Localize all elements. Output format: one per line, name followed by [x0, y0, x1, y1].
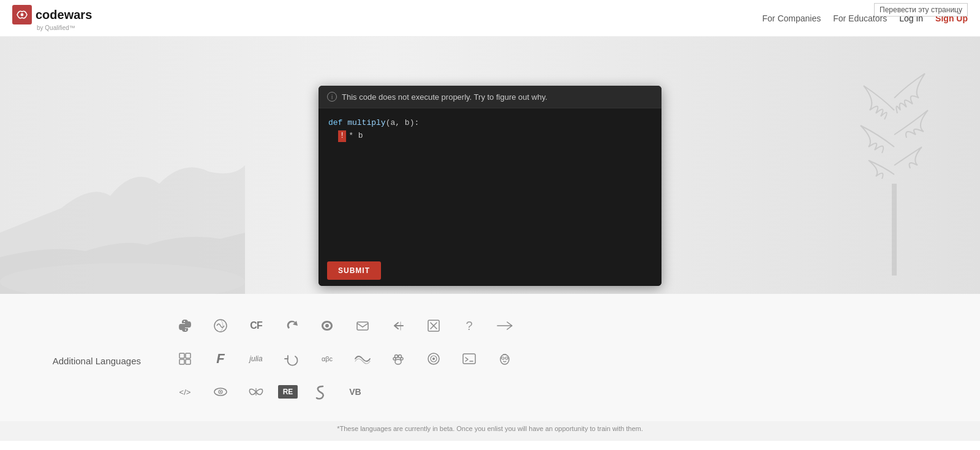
lang-row-1: CF: [172, 312, 956, 339]
code-editor-panel: i This code does not execute properly. T…: [318, 86, 662, 286]
languages-label: Additional Languages: [0, 356, 172, 366]
svg-rect-7: [179, 353, 184, 358]
svg-point-15: [395, 359, 401, 364]
mountain-bg: [0, 110, 245, 294]
lang-icon-julia[interactable]: julia: [243, 345, 270, 372]
svg-rect-10: [186, 359, 190, 364]
logo[interactable]: codewars: [12, 5, 92, 24]
lang-icon-r[interactable]: [207, 378, 234, 405]
svg-point-21: [502, 357, 504, 359]
lang-icons-area: CF: [172, 312, 980, 409]
lang-icon-fortran[interactable]: F: [207, 345, 234, 372]
codewars-logo-icon: [12, 5, 32, 24]
panel-footer: SUBMIT: [318, 255, 662, 286]
lang-icon-prolog[interactable]: [491, 345, 518, 372]
lang-icon-elixir[interactable]: [278, 345, 305, 372]
lang-icon-cf[interactable]: CF: [243, 312, 270, 339]
lang-icon-haskell[interactable]: [314, 312, 341, 339]
svg-point-14: [401, 358, 403, 360]
sharpen-section: JS Sharpen your skills Challenge yoursel…: [0, 441, 980, 450]
svg-rect-5: [357, 322, 368, 330]
languages-main-row: Additional Languages: [0, 294, 980, 421]
lang-icon-scala[interactable]: [385, 345, 412, 372]
lang-icon-vb[interactable]: VB: [342, 378, 369, 405]
lang-row-2: F julia αβc: [172, 345, 956, 372]
panel-message: This code does not execute properly. Try…: [342, 92, 548, 102]
code-rest: * b: [349, 130, 363, 143]
lang-row-3: </> RE: [172, 378, 956, 405]
svg-point-1: [21, 13, 24, 17]
lang-icon-racket[interactable]: [385, 312, 412, 339]
lang-icon-reason[interactable]: RE: [278, 385, 298, 399]
hero-section: i This code does not execute properly. T…: [0, 37, 980, 294]
svg-point-25: [220, 391, 221, 392]
func-name: multiply: [347, 118, 385, 127]
svg-point-20: [500, 354, 509, 364]
svg-point-13: [393, 358, 396, 360]
lang-icon-scratch[interactable]: [306, 378, 333, 405]
lang-icon-erlang[interactable]: [349, 345, 376, 372]
tree-bg: [858, 61, 931, 276]
header: codewars by Qualified™ Перевести эту стр…: [0, 0, 980, 37]
logo-text: codewars: [36, 8, 92, 22]
lang-icon-objective-c[interactable]: [420, 345, 447, 372]
lang-icon-agda[interactable]: αβc: [314, 345, 341, 372]
lang-icon-swift[interactable]: [278, 312, 305, 339]
code-line-2: ! * b: [328, 130, 652, 143]
error-char: !: [338, 130, 346, 142]
func-args: (a, b):: [386, 118, 420, 127]
lang-icon-unknown1[interactable]: ?: [456, 312, 483, 339]
lang-icon-powershell[interactable]: [456, 345, 483, 372]
info-icon: i: [327, 92, 337, 102]
kw-def: def: [328, 118, 347, 127]
lang-icon-elm[interactable]: </>: [172, 378, 198, 405]
languages-section: Additional Languages: [0, 294, 980, 441]
translate-button[interactable]: Перевести эту страницу: [874, 3, 968, 17]
svg-point-18: [432, 358, 435, 360]
lang-icon-unknown2[interactable]: [491, 312, 518, 339]
svg-rect-19: [463, 354, 475, 364]
lang-icon-python[interactable]: [172, 312, 198, 339]
lang-icon-brain[interactable]: [207, 312, 234, 339]
panel-header: i This code does not execute properly. T…: [318, 86, 662, 108]
submit-button[interactable]: SUBMIT: [327, 261, 381, 280]
svg-rect-8: [186, 353, 190, 358]
svg-rect-3: [892, 184, 897, 276]
logo-area: codewars by Qualified™: [12, 5, 92, 31]
code-line-1: def multiply(a, b):: [328, 117, 652, 130]
svg-point-22: [505, 357, 508, 359]
code-body: def multiply(a, b): ! * b: [318, 108, 662, 255]
beta-note: *These languages are currently in beta. …: [0, 421, 980, 441]
logo-sub: by Qualified™: [37, 24, 75, 31]
lang-icon-grid[interactable]: [172, 345, 198, 372]
lang-icon-forth[interactable]: [420, 312, 447, 339]
svg-rect-9: [179, 359, 184, 364]
lang-icon-butterfly[interactable]: [243, 378, 270, 405]
lang-icon-nim[interactable]: [349, 312, 376, 339]
nav-for-companies[interactable]: For Companies: [763, 13, 821, 23]
